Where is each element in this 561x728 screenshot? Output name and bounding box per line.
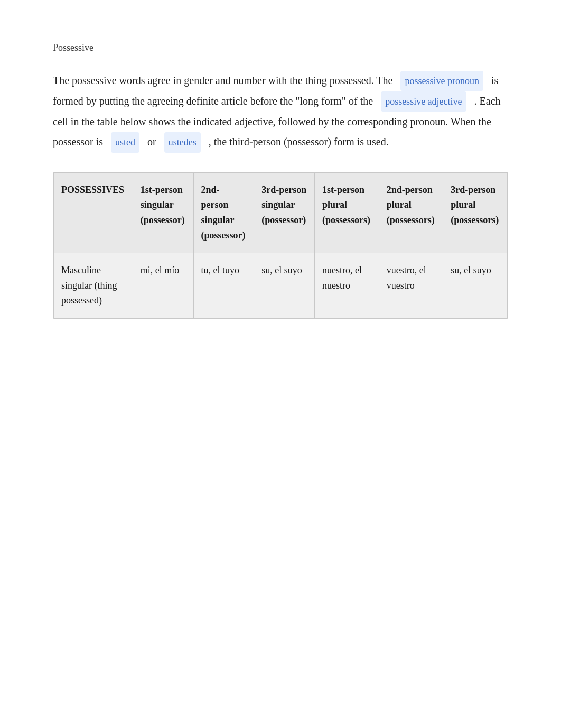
usted-highlight: usted [111,132,139,152]
intro-paragraph: The possessive words agree in gender and… [53,70,508,153]
intro-or-text: or [147,136,156,148]
header-col-6: 3rd-person plural (possessors) [443,172,508,253]
row-col-2: tu, el tuyo [193,253,254,318]
header-col-4: 1st-person plural (possessors) [315,172,379,253]
table-row: Masculine singular (thing possessed) mi,… [54,253,508,318]
row-col-4: nuestro, el nuestro [315,253,379,318]
header-col-1: 1st-person singular (possessor) [133,172,193,253]
row-col-6: su, el suyo [443,253,508,318]
row-col-1: mi, el mío [133,253,193,318]
intro-text-part1: The possessive words agree in gender and… [53,75,392,86]
intro-text-part5: , the third-person (possessor) form is u… [209,136,389,148]
table-header-row: POSSESSIVES 1st-person singular (possess… [54,172,508,253]
page-title: Possessive [53,42,508,53]
header-col-3: 3rd-person singular (possessor) [254,172,315,253]
possessives-table-wrapper: POSSESSIVES 1st-person singular (possess… [53,172,508,319]
header-col-2: 2nd-person singular (possessor) [193,172,254,253]
ustedes-highlight: ustedes [164,132,201,152]
row-label: Masculine singular (thing possessed) [54,253,133,318]
possessive-adjective-link[interactable]: possessive adjective [381,91,466,112]
possessives-table: POSSESSIVES 1st-person singular (possess… [53,172,508,319]
header-col-5: 2nd-person plural (possessors) [379,172,443,253]
row-col-3: su, el suyo [254,253,315,318]
header-col-0: POSSESSIVES [54,172,133,253]
row-col-5: vuestro, el vuestro [379,253,443,318]
possessive-pronoun-link[interactable]: possessive pronoun [400,71,483,91]
